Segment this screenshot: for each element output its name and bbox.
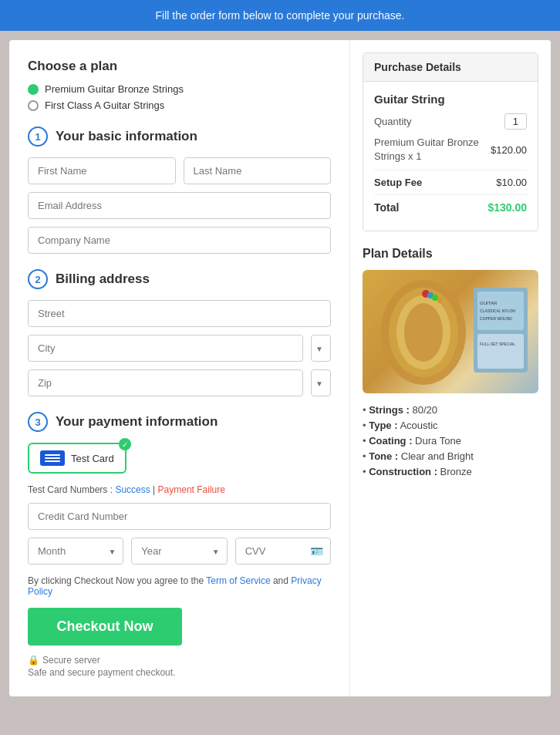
left-panel: Choose a plan Premium Guitar Bronze Stri…	[9, 40, 350, 696]
bullet-strings: Strings : 80/20	[363, 404, 538, 416]
banner-text: Fill the order form below to complete yo…	[156, 9, 405, 22]
secure-subtext: Safe and secure payment checkout.	[28, 667, 331, 678]
success-link[interactable]: Success	[115, 484, 150, 495]
radio-first-class-icon	[28, 100, 39, 111]
country-wrapper: Country United States United Kingdom Can…	[311, 335, 331, 362]
pd-total-row: Total $130.00	[374, 201, 527, 214]
card-icon-line1	[45, 454, 60, 456]
zip-input[interactable]	[28, 369, 303, 396]
zip-state-row: - AL AK CA NY	[28, 369, 331, 396]
svg-text:CLASSICAL NYLON: CLASSICAL NYLON	[480, 308, 515, 313]
pd-setup-row: Setup Fee $10.00	[374, 177, 527, 188]
pd-divider1	[374, 170, 527, 170]
main-container: Choose a plan Premium Guitar Bronze Stri…	[9, 40, 551, 696]
pd-item-price: $120.00	[491, 144, 527, 156]
plan-option-first-class[interactable]: First Class A Guitar Strings	[28, 99, 331, 111]
year-wrapper: Year 2024 2025 2026 2027 2028	[131, 538, 227, 565]
lock-icon: 🔒	[28, 655, 39, 666]
credit-number-input[interactable]	[28, 503, 331, 530]
plan-section-title: Choose a plan	[28, 59, 331, 74]
plan-first-class-label: First Class A Guitar Strings	[45, 99, 164, 111]
step3-title: Your payment information	[56, 414, 218, 430]
email-row	[28, 192, 331, 219]
last-name-input[interactable]	[184, 157, 332, 184]
pd-setup-price: $10.00	[496, 177, 527, 188]
top-banner: Fill the order form below to complete yo…	[0, 0, 560, 31]
purchase-details-body: Guitar String Quantity 1 Premium Guitar …	[363, 82, 538, 231]
month-year-cvv-row: Month 01 02 03 04 05 06 07 08 09 10 11 1…	[28, 538, 331, 565]
svg-rect-13	[477, 334, 524, 369]
step1-header: 1 Your basic information	[28, 126, 331, 147]
cvv-card-icon: 🪪	[310, 545, 323, 558]
card-label: Test Card	[71, 453, 114, 464]
pd-quantity-row: Quantity 1	[374, 113, 527, 130]
lock-line: 🔒 Secure server	[28, 655, 331, 666]
radio-premium-icon	[28, 84, 39, 95]
city-country-row: Country United States United Kingdom Can…	[28, 335, 331, 362]
test-card-note: Test Card Numbers : Success | Payment Fa…	[28, 484, 331, 495]
svg-text:COPPER WOUND: COPPER WOUND	[480, 316, 512, 321]
street-input[interactable]	[28, 300, 331, 327]
month-select[interactable]: Month 01 02 03 04 05 06 07 08 09 10 11 1…	[28, 538, 123, 565]
name-row	[28, 157, 331, 184]
plan-details-title: Plan Details	[363, 247, 538, 261]
street-row	[28, 300, 331, 327]
bullet-tone: Tone : Clear and Bright	[363, 450, 538, 462]
step3-circle: 3	[28, 412, 48, 432]
bullet-type: Type : Acoustic	[363, 420, 538, 431]
year-select[interactable]: Year 2024 2025 2026 2027 2028	[131, 538, 227, 565]
tos-link[interactable]: Term of Service	[206, 575, 270, 586]
card-icon-line2	[45, 457, 60, 459]
company-input[interactable]	[28, 227, 331, 254]
city-input[interactable]	[28, 335, 303, 362]
country-select[interactable]: Country United States United Kingdom Can…	[311, 335, 331, 362]
step2-title: Billing address	[56, 271, 150, 287]
pd-total-value: $130.00	[487, 201, 527, 214]
credit-number-row	[28, 503, 331, 530]
page-wrapper: Fill the order form below to complete yo…	[0, 0, 560, 706]
product-svg: GUITAR CLASSICAL NYLON COPPER WOUND FULL…	[366, 272, 535, 392]
step2-circle: 2	[28, 269, 48, 289]
svg-point-7	[437, 298, 442, 303]
pd-product-title: Guitar String	[374, 93, 527, 106]
plan-bullets: Strings : 80/20 Type : Acoustic Coating …	[363, 404, 538, 477]
email-input[interactable]	[28, 192, 331, 219]
pd-quantity-label: Quantity	[374, 116, 411, 127]
plan-premium-label: Premium Guitar Bronze Strings	[45, 83, 184, 95]
svg-text:GUITAR: GUITAR	[480, 301, 498, 305]
plan-option-premium[interactable]: Premium Guitar Bronze Strings	[28, 83, 331, 95]
purchase-details-header: Purchase Details	[363, 53, 538, 82]
right-panel: Purchase Details Guitar String Quantity …	[350, 40, 551, 696]
terms-text: By clicking Checkout Now you agree to th…	[28, 575, 331, 597]
secure-note: 🔒 Secure server Safe and secure payment …	[28, 655, 331, 678]
card-icon	[40, 450, 65, 466]
secure-label: Secure server	[42, 655, 100, 666]
cvv-wrapper: 🪪	[235, 538, 331, 565]
card-icon-line3	[45, 460, 60, 462]
pd-quantity-value: 1	[504, 113, 527, 130]
pd-item-row: Premium Guitar BronzeStrings x 1 $120.00	[374, 136, 527, 164]
first-name-input[interactable]	[28, 157, 176, 184]
svg-point-3	[404, 303, 443, 362]
pd-setup-label: Setup Fee	[374, 177, 422, 188]
bullet-coating: Coating : Dura Tone	[363, 435, 538, 447]
card-check-badge: ✓	[119, 438, 131, 450]
card-icon-lines	[45, 454, 60, 462]
product-image: GUITAR CLASSICAL NYLON COPPER WOUND FULL…	[363, 270, 538, 393]
purchase-details-box: Purchase Details Guitar String Quantity …	[363, 52, 538, 231]
checkout-button[interactable]: Checkout Now	[28, 608, 182, 646]
failure-link[interactable]: Payment Failure	[158, 484, 225, 495]
pd-total-label: Total	[374, 201, 399, 214]
svg-text:FULL-SET SPECIAL: FULL-SET SPECIAL	[480, 342, 515, 346]
pd-divider2	[374, 194, 527, 195]
svg-point-6	[432, 295, 438, 301]
month-wrapper: Month 01 02 03 04 05 06 07 08 09 10 11 1…	[28, 538, 123, 565]
bullet-construction: Construction : Bronze	[363, 466, 538, 477]
card-option[interactable]: Test Card ✓	[28, 443, 127, 474]
step2-header: 2 Billing address	[28, 269, 331, 289]
company-row	[28, 227, 331, 254]
pd-item-label: Premium Guitar BronzeStrings x 1	[374, 136, 479, 164]
step3-header: 3 Your payment information	[28, 412, 331, 432]
state-wrapper: - AL AK CA NY	[311, 369, 331, 396]
state-select[interactable]: - AL AK CA NY	[311, 369, 331, 396]
